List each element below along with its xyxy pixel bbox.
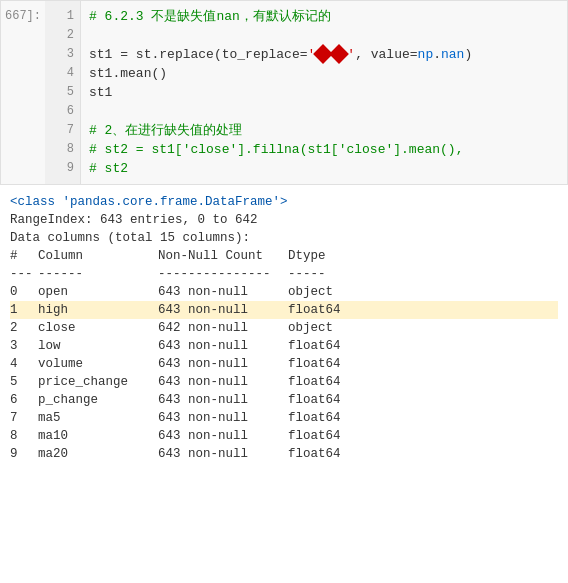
cell-dtype: object (288, 283, 368, 301)
cell-dtype: float64 (288, 301, 368, 319)
cell-count: 643 non-null (158, 283, 288, 301)
line-num-7: 7 (45, 121, 80, 140)
cell-dtype: object (288, 319, 368, 337)
cell-dtype: float64 (288, 409, 368, 427)
table-header: # Column Non-Null Count Dtype (10, 247, 558, 265)
output-range: RangeIndex: 643 entries, 0 to 642 (10, 211, 558, 229)
cell-dtype: float64 (288, 373, 368, 391)
cell-idx: 1 (10, 301, 38, 319)
line-num-2: 2 (45, 26, 80, 45)
line-numbers: 1 2 3 4 5 6 7 8 9 (45, 1, 81, 184)
cell-idx: 5 (10, 373, 38, 391)
sep-count: --------------- (158, 265, 288, 283)
line-num-9: 9 (45, 159, 80, 178)
cell-idx: 7 (10, 409, 38, 427)
cell-idx: 0 (10, 283, 38, 301)
cell-col: ma10 (38, 427, 158, 445)
table-row: 7 ma5 643 non-null float64 (10, 409, 558, 427)
line-num-8: 8 (45, 140, 80, 159)
cell-idx: 8 (10, 427, 38, 445)
cell-col: low (38, 337, 158, 355)
data-rows-container: 0 open 643 non-null object 1 high 643 no… (10, 283, 558, 463)
cell-idx: 2 (10, 319, 38, 337)
output-section: <class 'pandas.core.frame.DataFrame'> Ra… (0, 185, 568, 471)
table-row: 9 ma20 643 non-null float64 (10, 445, 558, 463)
cell-dtype: float64 (288, 355, 368, 373)
cell-count: 643 non-null (158, 337, 288, 355)
code-line-7: # 2、在进行缺失值的处理 (89, 121, 559, 140)
table-row: 2 close 642 non-null object (10, 319, 558, 337)
line-num-3: 3 (45, 45, 80, 64)
code-line-2 (89, 26, 559, 45)
cell-label: 667]: (1, 1, 45, 184)
table-row: 6 p_change 643 non-null float64 (10, 391, 558, 409)
code-line-4: st1.mean() (89, 64, 559, 83)
line-num-6: 6 (45, 102, 80, 121)
header-idx: # (10, 247, 38, 265)
cell-idx: 9 (10, 445, 38, 463)
line-num-4: 4 (45, 64, 80, 83)
table-row: 3 low 643 non-null float64 (10, 337, 558, 355)
cell-col: price_change (38, 373, 158, 391)
sep-col: ------ (38, 265, 158, 283)
cell-count: 643 non-null (158, 355, 288, 373)
cell-dtype: float64 (288, 391, 368, 409)
cell-dtype: float64 (288, 445, 368, 463)
main-container: 667]: 1 2 3 4 5 6 7 8 9 # 6.2.3 不是缺失值nan… (0, 0, 568, 471)
sep-dtype: ----- (288, 265, 368, 283)
cell-idx: 3 (10, 337, 38, 355)
cell-count: 643 non-null (158, 427, 288, 445)
cell-count: 643 non-null (158, 445, 288, 463)
cell-col: ma5 (38, 409, 158, 427)
header-col: Column (38, 247, 158, 265)
cell-col: p_change (38, 391, 158, 409)
cell-idx: 6 (10, 391, 38, 409)
cell-col: high (38, 301, 158, 319)
line-num-5: 5 (45, 83, 80, 102)
table-row: 5 price_change 643 non-null float64 (10, 373, 558, 391)
code-line-3: st1 = st.replace(to_replace='', value=np… (89, 45, 559, 64)
cell-count: 643 non-null (158, 391, 288, 409)
code-cell: 667]: 1 2 3 4 5 6 7 8 9 # 6.2.3 不是缺失值nan… (0, 0, 568, 185)
cell-count: 643 non-null (158, 373, 288, 391)
code-line-8: # st2 = st1['close'].fillna(st1['close']… (89, 140, 559, 159)
cell-idx: 4 (10, 355, 38, 373)
cell-count: 643 non-null (158, 409, 288, 427)
output-cols-info: Data columns (total 15 columns): (10, 229, 558, 247)
sep-idx: --- (10, 265, 38, 283)
code-line-6 (89, 102, 559, 121)
header-count: Non-Null Count (158, 247, 288, 265)
cell-col: ma20 (38, 445, 158, 463)
header-dtype: Dtype (288, 247, 368, 265)
table-row: 0 open 643 non-null object (10, 283, 558, 301)
code-line-1: # 6.2.3 不是缺失值nan，有默认标记的 (89, 7, 559, 26)
table-row: 1 high 643 non-null float64 (10, 301, 558, 319)
table-row: 8 ma10 643 non-null float64 (10, 427, 558, 445)
cell-dtype: float64 (288, 427, 368, 445)
code-content: # 6.2.3 不是缺失值nan，有默认标记的 st1 = st.replace… (81, 1, 567, 184)
table-row: 4 volume 643 non-null float64 (10, 355, 558, 373)
output-class: <class 'pandas.core.frame.DataFrame'> (10, 193, 558, 211)
table-separator: --- ------ --------------- ----- (10, 265, 558, 283)
cell-col: volume (38, 355, 158, 373)
cell-col: close (38, 319, 158, 337)
code-line-5: st1 (89, 83, 559, 102)
line-num-1: 1 (45, 7, 80, 26)
cell-col: open (38, 283, 158, 301)
code-line-9: # st2 (89, 159, 559, 178)
cell-dtype: float64 (288, 337, 368, 355)
cell-count: 643 non-null (158, 301, 288, 319)
cell-count: 642 non-null (158, 319, 288, 337)
